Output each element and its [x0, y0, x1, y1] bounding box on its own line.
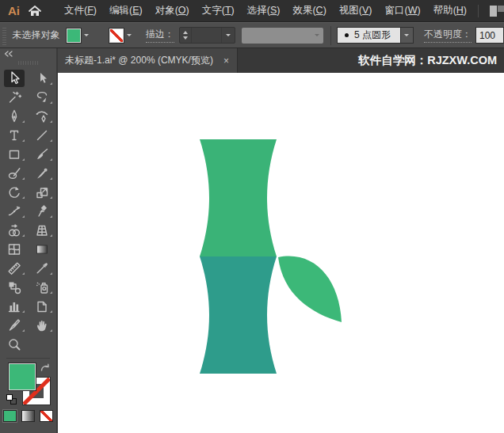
- knife-tool[interactable]: [29, 164, 57, 183]
- opacity-label[interactable]: 不透明度：: [424, 28, 472, 43]
- symbol-sprayer-tool[interactable]: [29, 278, 57, 297]
- eyedropper-tool[interactable]: [29, 259, 57, 278]
- stroke-weight-label[interactable]: 描边：: [146, 28, 174, 43]
- column-graph-tool[interactable]: [0, 297, 29, 316]
- stroke-color-swatch[interactable]: [109, 28, 124, 43]
- watermark-text: 软件自学网：RJZXW.COM: [358, 53, 504, 68]
- bamboo-logo-artwork[interactable]: [58, 73, 504, 433]
- menu-item[interactable]: 文字(T): [196, 4, 241, 17]
- blend-tool[interactable]: [0, 278, 29, 297]
- default-fill-stroke-icon[interactable]: [6, 394, 17, 405]
- chevron-down-icon: [315, 34, 319, 36]
- type-tool[interactable]: [0, 126, 29, 145]
- menu-item[interactable]: 文件(F): [58, 4, 103, 17]
- chevron-down-icon[interactable]: [400, 27, 414, 44]
- puppet-warp-tool[interactable]: [29, 202, 57, 221]
- fill-color-swatch[interactable]: [67, 28, 81, 43]
- width-tool[interactable]: [0, 202, 29, 221]
- menu-item[interactable]: 选择(S): [241, 4, 287, 17]
- artboard-tool[interactable]: [29, 297, 57, 316]
- chevron-down-icon[interactable]: [84, 34, 89, 36]
- rotate-tool[interactable]: [0, 183, 29, 202]
- chevron-down-icon[interactable]: [127, 34, 132, 36]
- document-tab[interactable]: 未标题-1.ai* @ 200% (CMYK/预览) ×: [58, 48, 238, 73]
- bamboo-leaf[interactable]: [278, 256, 342, 322]
- panel-grip[interactable]: [18, 61, 39, 65]
- shaper-tool[interactable]: [0, 164, 29, 183]
- document-tab-bar: 未标题-1.ai* @ 200% (CMYK/预览) × 软件自学网：RJZXW…: [58, 48, 504, 73]
- magic-wand-tool[interactable]: [0, 88, 29, 107]
- bamboo-bottom-segment[interactable]: [200, 256, 277, 374]
- close-icon[interactable]: ×: [223, 56, 229, 66]
- line-segment-tool[interactable]: [29, 126, 57, 145]
- menu-bar: Ai 文件(F) 编辑(E) 对象(O) 文字(T) 选择(S) 效果(C): [0, 0, 504, 22]
- direct-selection-tool[interactable]: [29, 69, 57, 88]
- color-button[interactable]: [3, 410, 17, 422]
- stroke-color-control: [109, 28, 132, 43]
- none-button[interactable]: [40, 410, 53, 422]
- menu-item[interactable]: 效果(C): [286, 4, 332, 17]
- control-bar: 未选择对象 描边： 5 点圆形 不透明度： 100: [0, 22, 504, 48]
- bamboo-top-segment[interactable]: [200, 139, 277, 256]
- zoom-tool[interactable]: [0, 335, 29, 354]
- menu-item[interactable]: 编辑(E): [103, 4, 149, 17]
- canvas[interactable]: [58, 73, 504, 433]
- document-area: 未标题-1.ai* @ 200% (CMYK/预览) × 软件自学网：RJZXW…: [58, 48, 504, 433]
- chevron-down-icon[interactable]: [221, 28, 235, 43]
- selection-status: 未选择对象: [13, 28, 67, 42]
- mesh-tool[interactable]: [0, 240, 29, 259]
- stroke-weight-combo[interactable]: [179, 27, 235, 44]
- swap-fill-stroke-icon[interactable]: [40, 363, 51, 375]
- fill-color-control: [67, 28, 89, 43]
- menu-item[interactable]: 窗口(W): [378, 4, 426, 17]
- collapse-panel-icon[interactable]: [4, 51, 13, 57]
- shape-builder-tool[interactable]: [0, 221, 29, 240]
- main-menu: 文件(F) 编辑(E) 对象(O) 文字(T) 选择(S) 效果(C) 视图(V…: [58, 4, 473, 17]
- width-profile-dropdown[interactable]: [242, 28, 323, 44]
- brush-preview-dot-icon: [345, 33, 349, 37]
- document-title: 未标题-1.ai* @ 200% (CMYK/预览): [65, 54, 213, 67]
- menu-item[interactable]: 帮助(H): [427, 4, 473, 17]
- gradient-tool[interactable]: [29, 240, 57, 259]
- home-icon[interactable]: [28, 3, 42, 19]
- brush-value: 5 点圆形: [354, 28, 391, 42]
- menu-item[interactable]: 视图(V): [333, 4, 379, 17]
- color-mode-buttons: [0, 410, 56, 422]
- panel-grip[interactable]: [2, 26, 6, 45]
- lasso-tool[interactable]: [29, 88, 57, 107]
- slice-tool[interactable]: [0, 316, 29, 335]
- tools-panel: [0, 48, 58, 433]
- selection-tool[interactable]: [0, 69, 29, 88]
- rectangle-tool[interactable]: [0, 145, 29, 164]
- hand-tool[interactable]: [29, 316, 57, 335]
- curvature-tool[interactable]: [29, 107, 57, 126]
- fill-indicator[interactable]: [9, 363, 36, 390]
- brush-dropdown[interactable]: 5 点圆形: [337, 27, 414, 44]
- fill-stroke-indicator: [0, 362, 56, 408]
- scale-tool[interactable]: [29, 183, 57, 202]
- paintbrush-tool[interactable]: [29, 145, 57, 164]
- opacity-input[interactable]: 100: [475, 27, 504, 44]
- gradient-button[interactable]: [21, 410, 35, 422]
- toolbar-divider: [6, 358, 50, 359]
- app-logo[interactable]: Ai: [8, 4, 20, 17]
- measure-tool[interactable]: [0, 259, 29, 278]
- stroke-weight-stepper[interactable]: [180, 28, 192, 43]
- perspective-grid-tool[interactable]: [29, 221, 57, 240]
- workspace-switcher-icon[interactable]: [490, 6, 504, 17]
- controlbar-divider: [330, 26, 331, 45]
- tools-grid: [0, 69, 56, 354]
- menubar-divider: [478, 5, 479, 17]
- pen-tool[interactable]: [0, 107, 29, 126]
- illustrator-window: Ai 文件(F) 编辑(E) 对象(O) 文字(T) 选择(S) 效果(C): [0, 0, 504, 433]
- menu-item[interactable]: 对象(O): [149, 4, 196, 17]
